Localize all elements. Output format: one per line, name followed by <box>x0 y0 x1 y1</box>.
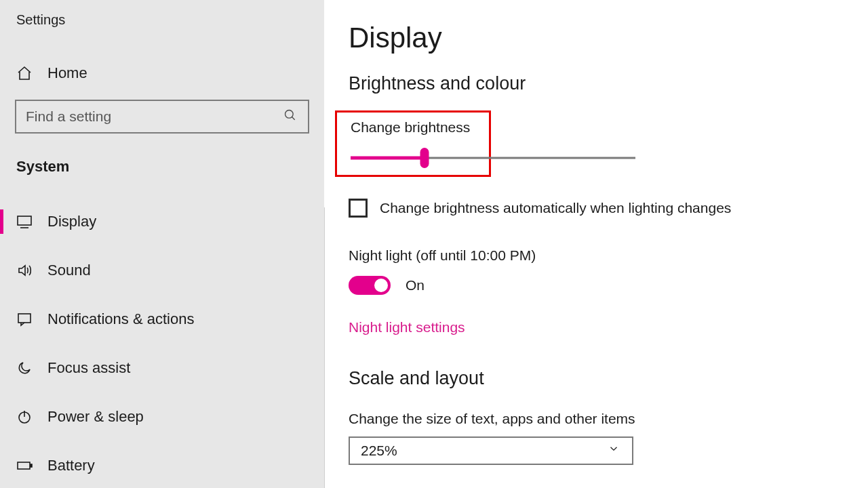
svg-point-0 <box>285 110 294 119</box>
sidebar-item-power-sleep[interactable]: Power & sleep <box>0 392 324 441</box>
main: Display Brightness and colour Change bri… <box>324 0 868 488</box>
sidebar-item-focus-assist[interactable]: Focus assist <box>0 344 324 392</box>
sidebar-item-label: Display <box>47 213 96 230</box>
app-title: Settings <box>0 12 324 28</box>
chevron-down-icon <box>608 443 624 459</box>
brightness-heading: Brightness and colour <box>349 73 868 94</box>
content-divider <box>324 207 325 488</box>
moon-icon <box>16 360 33 376</box>
sidebar-item-label: Power & sleep <box>47 408 144 426</box>
search-wrap <box>15 100 309 134</box>
sidebar-item-notifications[interactable]: Notifications & actions <box>0 295 324 344</box>
sidebar: Settings Home System Display <box>0 0 324 488</box>
sidebar-section-label: System <box>0 158 324 176</box>
night-light-state: On <box>406 277 425 293</box>
toggle-knob <box>374 279 388 292</box>
sidebar-item-battery[interactable]: Battery <box>0 441 324 488</box>
home-icon <box>16 65 33 81</box>
auto-brightness-label: Change brightness automatically when lig… <box>380 200 731 216</box>
auto-brightness-checkbox[interactable] <box>349 199 368 218</box>
power-icon <box>16 409 33 425</box>
sidebar-item-label: Focus assist <box>47 359 130 377</box>
sidebar-home[interactable]: Home <box>0 64 324 82</box>
scale-heading: Scale and layout <box>349 368 868 389</box>
battery-icon <box>16 458 33 474</box>
svg-rect-8 <box>31 464 32 467</box>
speaker-icon <box>16 262 33 279</box>
night-light-settings-link[interactable]: Night light settings <box>349 319 868 336</box>
svg-rect-7 <box>18 462 30 469</box>
sidebar-item-display[interactable]: Display <box>0 197 324 246</box>
svg-rect-4 <box>18 314 31 323</box>
brightness-label: Change brightness <box>351 119 481 136</box>
scale-selected-value: 225% <box>361 443 397 459</box>
svg-line-1 <box>292 117 295 120</box>
night-light-title: Night light (off until 10:00 PM) <box>349 247 868 264</box>
search-input[interactable] <box>15 100 309 134</box>
brightness-slider-thumb[interactable] <box>420 148 429 168</box>
svg-rect-2 <box>18 216 31 225</box>
night-light-toggle[interactable] <box>349 276 391 295</box>
sidebar-item-label: Battery <box>47 457 95 474</box>
sidebar-home-label: Home <box>47 64 87 82</box>
sidebar-item-label: Sound <box>47 262 91 279</box>
sidebar-item-label: Notifications & actions <box>47 310 194 328</box>
tutorial-highlight: Change brightness <box>335 110 491 177</box>
auto-brightness-row[interactable]: Change brightness automatically when lig… <box>349 199 868 218</box>
monitor-icon <box>16 214 33 230</box>
message-icon <box>16 311 33 327</box>
scale-caption: Change the size of text, apps and other … <box>349 411 868 427</box>
page-title: Display <box>349 22 868 54</box>
sidebar-item-sound[interactable]: Sound <box>0 246 324 295</box>
search-icon <box>283 108 300 125</box>
brightness-slider[interactable] <box>351 153 635 163</box>
scale-dropdown[interactable]: 225% <box>349 436 633 465</box>
sidebar-nav: Display Sound Notifications & actions <box>0 197 324 488</box>
